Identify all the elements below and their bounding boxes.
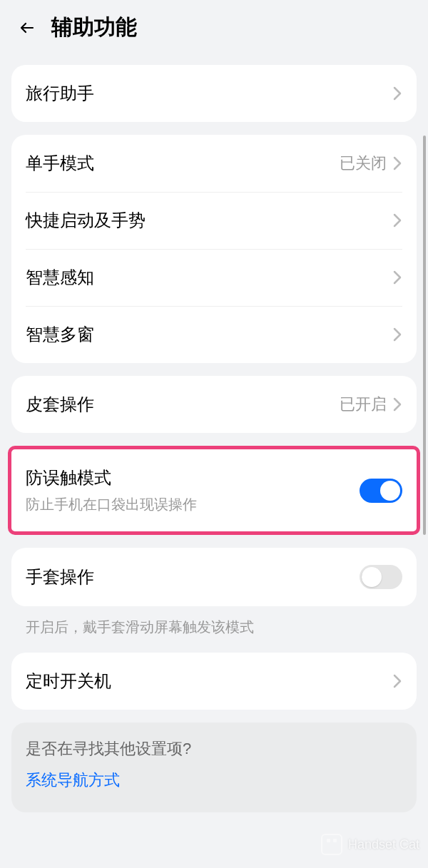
toggle-knob [362,567,382,587]
chevron-right-icon [392,269,402,286]
row-label: 定时开关机 [26,670,392,693]
row-pocket-mode: 防误触模式 防止手机在口袋出现误操作 [11,449,417,531]
row-label: 智慧感知 [26,266,392,289]
watermark-text: Handset Cat [348,837,419,852]
chevron-right-icon [392,396,402,413]
group-modes: 单手模式 已关闭 快捷启动及手势 智慧感知 智慧多窗 [11,135,417,363]
row-shortcuts-gestures[interactable]: 快捷启动及手势 [11,192,417,249]
row-subtitle: 防止手机在口袋出现误操作 [26,495,360,514]
row-label: 防误触模式 [26,466,360,489]
header: 辅助功能 [0,0,428,52]
back-button[interactable] [17,18,37,38]
row-smart-multiwindow[interactable]: 智慧多窗 [11,306,417,363]
row-glove-mode: 手套操作 [11,548,417,606]
row-travel-assistant[interactable]: 旅行助手 [11,65,417,122]
watermark: Handset Cat [321,834,419,855]
watermark-logo-icon [321,834,342,855]
row-value: 已关闭 [340,153,387,174]
page-title: 辅助功能 [51,13,137,42]
footer-link-navigation[interactable]: 系统导航方式 [26,770,402,791]
row-smart-sensing[interactable]: 智慧感知 [11,249,417,306]
chevron-right-icon [392,673,402,690]
glove-hint-text: 开启后，戴手套滑动屏幕触发该模式 [11,606,417,640]
row-leather-case[interactable]: 皮套操作 已开启 [11,376,417,433]
scrollbar[interactable] [423,136,426,535]
group-glove: 手套操作 [11,548,417,606]
row-label: 皮套操作 [26,393,340,416]
chevron-right-icon [392,326,402,343]
row-scheduled-power[interactable]: 定时开关机 [11,653,417,710]
footer-suggestions: 是否在寻找其他设置项? 系统导航方式 [11,723,417,812]
pocket-mode-toggle[interactable] [360,479,402,503]
toggle-knob [380,481,400,501]
row-one-handed[interactable]: 单手模式 已关闭 [11,135,417,192]
arrow-left-icon [19,19,36,36]
row-label: 智慧多窗 [26,323,392,346]
row-label: 旅行助手 [26,82,392,105]
row-label: 单手模式 [26,152,340,175]
content: 旅行助手 单手模式 已关闭 快捷启动及手势 智慧感知 智慧多窗 皮套操作 已开启 [0,65,428,812]
group-travel: 旅行助手 [11,65,417,122]
chevron-right-icon [392,155,402,172]
glove-mode-toggle[interactable] [360,565,402,589]
row-label: 手套操作 [26,566,360,588]
group-pocket-mode-highlighted: 防误触模式 防止手机在口袋出现误操作 [8,446,420,535]
chevron-right-icon [392,85,402,102]
group-leather: 皮套操作 已开启 [11,376,417,433]
row-label: 快捷启动及手势 [26,209,392,232]
footer-question: 是否在寻找其他设置项? [26,738,402,760]
row-value: 已开启 [340,394,387,415]
group-power: 定时开关机 [11,653,417,710]
chevron-right-icon [392,212,402,229]
